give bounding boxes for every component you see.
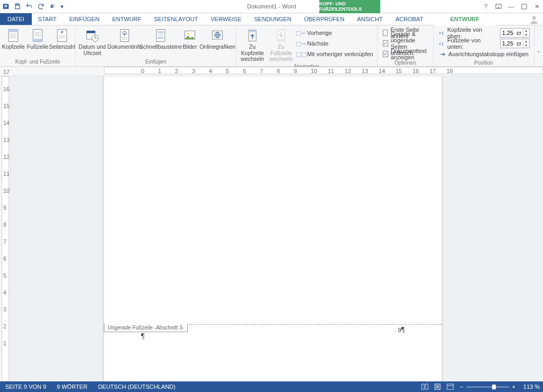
- svg-rect-13: [33, 39, 42, 41]
- read-mode-icon[interactable]: [418, 381, 431, 392]
- group-label: Optionen: [381, 59, 430, 67]
- datum-button[interactable]: Datum und Uhrzeit: [77, 26, 107, 56]
- zoom-level[interactable]: 113 %: [519, 384, 540, 390]
- status-page[interactable]: SEITE 9 VON 9: [0, 384, 51, 390]
- dokumenttext-checkbox[interactable]: Dokumenttext anzeigen: [381, 49, 430, 59]
- style-icon[interactable]: A: [47, 0, 58, 13]
- quick-access-toolbar: W A ▾: [0, 0, 66, 13]
- undo-icon[interactable]: [23, 0, 35, 13]
- spin-up-icon[interactable]: ▲: [523, 29, 529, 33]
- tab-seitenlayout[interactable]: SEITENLAYOUT: [147, 13, 204, 25]
- svg-rect-5: [522, 4, 527, 9]
- svg-rect-8: [8, 30, 18, 32]
- label: Datum und Uhrzeit: [78, 44, 106, 56]
- tab-acrobat[interactable]: ACROBAT: [389, 13, 430, 25]
- status-words[interactable]: 9 WÖRTER: [51, 384, 93, 390]
- verknuepfen-button[interactable]: ⬚⬚Mit vorheriger verknüpfen: [295, 49, 375, 59]
- web-layout-icon[interactable]: [444, 381, 457, 392]
- svg-rect-35: [158, 37, 164, 39]
- maximize-icon[interactable]: [518, 0, 530, 13]
- label: Seitenzahl: [49, 44, 75, 50]
- document-area: Ungerade Fußzeile -Abschnitt 3- ¶ 9¶: [11, 76, 543, 381]
- dokumentinfo-button[interactable]: Dokumentinfo: [108, 26, 141, 50]
- account-icon[interactable]: [525, 13, 543, 25]
- group-schliessen: ✕ Kopf- und Fußzeile schließen Schließen: [535, 25, 543, 66]
- naechste-button[interactable]: ⬚→Nächste: [295, 39, 375, 48]
- svg-point-6: [532, 16, 536, 20]
- group-position: ▫↕ Kopfzeile von oben: ▲▼ ▫↕ Fußzeile vo…: [434, 25, 535, 66]
- schnellbausteine-button[interactable]: Schnellbausteine: [142, 26, 179, 50]
- zoom-out-icon[interactable]: −: [460, 384, 463, 390]
- tab-file[interactable]: DATEI: [0, 13, 32, 25]
- footer-from-bottom-input[interactable]: [501, 39, 523, 48]
- window-title: Dokument1 - Word: [0, 3, 543, 10]
- gerade-ungerade-checkbox[interactable]: Gerade & ungerade Seiten untersch.: [381, 39, 430, 48]
- header-from-top-input[interactable]: [501, 29, 523, 37]
- page-number-value: 9¶: [398, 326, 405, 334]
- qat-customize-icon[interactable]: ▾: [58, 0, 66, 13]
- goto-header-icon: [244, 28, 260, 43]
- tab-entwurf[interactable]: ENTWURF: [106, 13, 147, 25]
- window-controls: ? — ✕: [479, 0, 543, 13]
- onlinegrafiken-button[interactable]: Onlinegrafiken: [200, 26, 234, 50]
- zu-fusszeile-button: Zu Fußzeile wechseln: [268, 26, 294, 63]
- svg-text:#: #: [60, 29, 64, 35]
- online-pictures-icon: [209, 28, 225, 43]
- header-from-top-spinner[interactable]: ▲▼: [500, 28, 530, 38]
- zoom-in-icon[interactable]: +: [512, 384, 515, 390]
- collapse-ribbon-icon[interactable]: ˄: [537, 50, 540, 56]
- bilder-button[interactable]: Bilder: [180, 26, 199, 50]
- tab-sendungen[interactable]: SENDUNGEN: [248, 13, 297, 25]
- group-label: Position: [437, 59, 531, 67]
- page[interactable]: Ungerade Fußzeile -Abschnitt 3- ¶ 9¶: [104, 76, 442, 381]
- vorherige-button[interactable]: ⬚←Vorherige: [295, 28, 375, 38]
- help-icon[interactable]: ?: [479, 0, 492, 13]
- tab-ansicht[interactable]: ANSICHT: [351, 13, 389, 25]
- label: Schnellbausteine: [139, 44, 182, 50]
- label: Kopfzeile: [2, 44, 24, 50]
- footer-region[interactable]: Ungerade Fußzeile -Abschnitt 3- ¶ 9¶: [104, 324, 442, 357]
- close-icon[interactable]: ✕: [530, 0, 543, 13]
- group-navigation: Zu Kopfzeile wechseln Zu Fußzeile wechse…: [237, 25, 378, 66]
- kopfzeile-button[interactable]: Kopfzeile: [2, 26, 25, 50]
- minimize-icon[interactable]: —: [505, 0, 518, 13]
- goto-footer-icon: [273, 28, 289, 43]
- footer-from-bottom-spinner[interactable]: ▲▼: [500, 39, 530, 48]
- svg-rect-4: [496, 4, 501, 8]
- vertical-ruler[interactable]: 1716151413121110987654321: [0, 76, 11, 381]
- tab-verweise[interactable]: VERWEISE: [204, 13, 248, 25]
- label: Onlinegrafiken: [199, 44, 235, 50]
- zoom-slider[interactable]: [467, 386, 509, 388]
- tab-start[interactable]: START: [32, 13, 63, 25]
- print-layout-icon[interactable]: [431, 381, 444, 392]
- label: Fußzeile: [27, 44, 48, 50]
- fusszeile-button[interactable]: Fußzeile: [26, 26, 49, 50]
- header-from-top-icon: ▫↕: [438, 29, 445, 37]
- redo-icon[interactable]: [35, 0, 47, 13]
- tab-ctx-entwurf[interactable]: ENTWURF: [434, 13, 495, 25]
- group-label: Kopf- und Fußzeile: [2, 58, 74, 66]
- tabstopp-button[interactable]: ⇥Ausrichtungstabstopp einfügen: [437, 49, 531, 59]
- save-icon[interactable]: [12, 0, 23, 13]
- footer-from-bottom-label: Fußzeile von unten:: [447, 37, 497, 50]
- svg-rect-44: [277, 39, 285, 41]
- spin-down-icon[interactable]: ▼: [523, 33, 529, 37]
- zoom-control: − + 113 %: [457, 384, 543, 390]
- ribbon-display-icon[interactable]: [492, 0, 505, 13]
- status-language[interactable]: DEUTSCH (DEUTSCHLAND): [93, 384, 181, 390]
- zu-kopfzeile-button[interactable]: Zu Kopfzeile wechseln: [238, 26, 267, 63]
- ribbon-tabs: DATEI START EINFÜGEN ENTWURF SEITENLAYOU…: [0, 13, 543, 25]
- horizontal-ruler[interactable]: 0123456789101112131415161718: [0, 67, 543, 76]
- next-icon: ⬚→: [297, 40, 305, 47]
- header-icon: [5, 28, 21, 43]
- alignment-tab-icon: ⇥: [439, 50, 446, 58]
- seitenzahl-button[interactable]: # Seitenzahl: [50, 26, 74, 50]
- spin-down-icon[interactable]: ▼: [523, 43, 529, 48]
- spin-up-icon[interactable]: ▲: [523, 39, 529, 43]
- tab-einfuegen[interactable]: EINFÜGEN: [63, 13, 106, 25]
- word-app-icon[interactable]: W: [0, 0, 12, 13]
- label: Dokumentinfo: [108, 44, 142, 50]
- group-einfuegen: Datum und Uhrzeit Dokumentinfo Schnellba…: [76, 25, 237, 66]
- tab-ueberpruefen[interactable]: ÜBERPRÜFEN: [298, 13, 351, 25]
- quick-parts-icon: [153, 28, 169, 43]
